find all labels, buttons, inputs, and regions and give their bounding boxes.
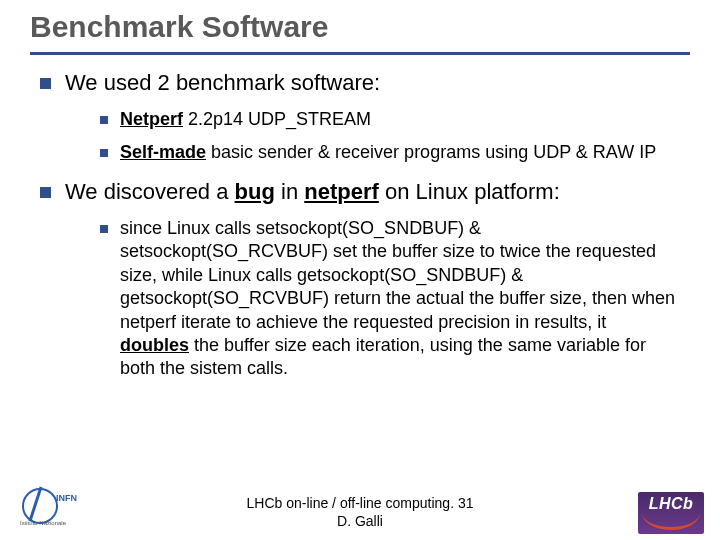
bullet-1-text: We used 2 benchmark software: bbox=[65, 69, 380, 98]
bullet-2-sub-1: since Linux calls setsockopt(SO_SNDBUF) … bbox=[100, 217, 680, 381]
bullet-2-pre: We discovered a bbox=[65, 179, 235, 204]
doubles-word: doubles bbox=[120, 335, 189, 355]
bullet-2-sub-1-text: since Linux calls setsockopt(SO_SNDBUF) … bbox=[120, 217, 680, 381]
infn-logo: INFN Istituto Nazionale bbox=[20, 486, 80, 526]
bullet-2: We discovered a bug in netperf on Linux … bbox=[40, 178, 680, 207]
bullet-1: We used 2 benchmark software: bbox=[40, 69, 680, 98]
selfmade-desc: basic sender & receiver programs using U… bbox=[206, 142, 656, 162]
bullet-2-subitems: since Linux calls setsockopt(SO_SNDBUF) … bbox=[100, 217, 680, 381]
slide-title: Benchmark Software bbox=[0, 0, 720, 48]
bug-word: bug bbox=[235, 179, 275, 204]
lhcb-text: LHCb bbox=[638, 492, 704, 513]
square-bullet-icon bbox=[100, 225, 108, 233]
lhcb-logo: LHCb bbox=[638, 492, 704, 534]
square-bullet-icon bbox=[100, 116, 108, 124]
bullet-1-sub-1: Netperf 2.2p14 UDP_STREAM bbox=[100, 108, 680, 131]
content-area: We used 2 benchmark software: Netperf 2.… bbox=[0, 55, 720, 381]
infn-text: INFN bbox=[56, 494, 77, 503]
infn-caption: Istituto Nazionale bbox=[20, 520, 66, 526]
square-bullet-icon bbox=[100, 149, 108, 157]
bullet-1-sub-2: Self-made basic sender & receiver progra… bbox=[100, 141, 680, 164]
selfmade-label: Self-made bbox=[120, 142, 206, 162]
bug-desc-a: since Linux calls setsockopt(SO_SNDBUF) … bbox=[120, 218, 675, 332]
netperf-version: 2.2p14 UDP_STREAM bbox=[183, 109, 371, 129]
netperf-label: Netperf bbox=[120, 109, 183, 129]
lhcb-swoosh-icon bbox=[642, 513, 700, 530]
bullet-1-sub-2-text: Self-made basic sender & receiver progra… bbox=[120, 141, 656, 164]
bug-desc-b: the buffer size each iteration, using th… bbox=[120, 335, 646, 378]
footer-line-2: D. Galli bbox=[0, 513, 720, 531]
bullet-2-mid: in bbox=[275, 179, 304, 204]
slide: Benchmark Software We used 2 benchmark s… bbox=[0, 0, 720, 540]
bullet-2-text: We discovered a bug in netperf on Linux … bbox=[65, 178, 560, 207]
footer-line-1: LHCb on-line / off-line computing. 31 bbox=[0, 495, 720, 513]
square-bullet-icon bbox=[40, 187, 51, 198]
netperf-word: netperf bbox=[304, 179, 379, 204]
bullet-2-post: on Linux platform: bbox=[379, 179, 560, 204]
bullet-1-subitems: Netperf 2.2p14 UDP_STREAM Self-made basi… bbox=[100, 108, 680, 165]
bullet-1-sub-1-text: Netperf 2.2p14 UDP_STREAM bbox=[120, 108, 371, 131]
slide-footer: LHCb on-line / off-line computing. 31 D.… bbox=[0, 495, 720, 530]
square-bullet-icon bbox=[40, 78, 51, 89]
